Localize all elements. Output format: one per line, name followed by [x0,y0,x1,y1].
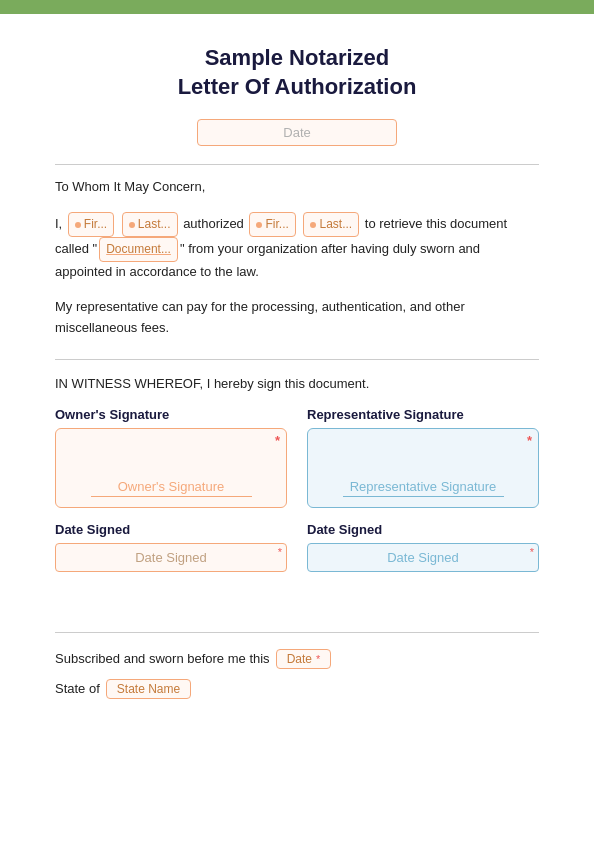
subscribed-row: Subscribed and sworn before me this Date… [55,649,539,669]
owner-sig-box[interactable]: * Owner's Signature [55,428,287,508]
bottom-divider [55,632,539,633]
salutation: To Whom It May Concern, [55,177,539,198]
paragraph2: My representative can pay for the proces… [55,297,539,339]
owner-sig-col: Owner's Signature * Owner's Signature [55,407,287,508]
document-name-field[interactable]: Document... [99,237,178,262]
rep-date-required: * [530,546,534,558]
owner-date-required: * [278,546,282,558]
owner-date-label: Date Signed [55,522,287,537]
top-bar [0,0,594,14]
section-divider [55,359,539,360]
rep-first-name-field[interactable]: Fir... [249,212,295,237]
date-field[interactable]: Date [197,119,397,146]
dot-icon [129,222,135,228]
page-title: Sample Notarized Letter Of Authorization [55,44,539,101]
rep-date-field[interactable]: Date Signed * [307,543,539,572]
notary-date-field[interactable]: Date * [276,649,332,669]
rep-sig-box[interactable]: * Representative Signature [307,428,539,508]
page-content: Sample Notarized Letter Of Authorization… [0,14,594,632]
witness-text: IN WITNESS WHEREOF, I hereby sign this d… [55,376,539,391]
notary-date-required: * [316,653,320,665]
bottom-section: Subscribed and sworn before me this Date… [0,632,594,699]
owner-sig-required: * [275,433,280,448]
dot-icon [75,222,81,228]
rep-date-label: Date Signed [307,522,539,537]
owner-last-name-field[interactable]: Last... [122,212,178,237]
owner-sig-placeholder: Owner's Signature [91,479,252,497]
state-row: State of State Name [55,679,539,699]
dot-icon [310,222,316,228]
signatures-section: Owner's Signature * Owner's Signature Re… [55,407,539,508]
state-name-field[interactable]: State Name [106,679,191,699]
date-field-wrapper: Date [55,119,539,146]
rep-date-col: Date Signed Date Signed * [307,522,539,572]
header-divider [55,164,539,165]
rep-sig-placeholder: Representative Signature [343,479,504,497]
rep-last-name-field[interactable]: Last... [303,212,359,237]
owner-sig-label: Owner's Signature [55,407,287,422]
rep-sig-label: Representative Signature [307,407,539,422]
paragraph1: I, Fir... Last... authorized Fir... Last… [55,212,539,283]
rep-sig-col: Representative Signature * Representativ… [307,407,539,508]
owner-date-field[interactable]: Date Signed * [55,543,287,572]
date-signed-row: Date Signed Date Signed * Date Signed Da… [55,522,539,572]
rep-sig-required: * [527,433,532,448]
dot-icon [256,222,262,228]
owner-first-name-field[interactable]: Fir... [68,212,114,237]
owner-date-col: Date Signed Date Signed * [55,522,287,572]
page: Sample Notarized Letter Of Authorization… [0,0,594,841]
title-section: Sample Notarized Letter Of Authorization [55,44,539,101]
